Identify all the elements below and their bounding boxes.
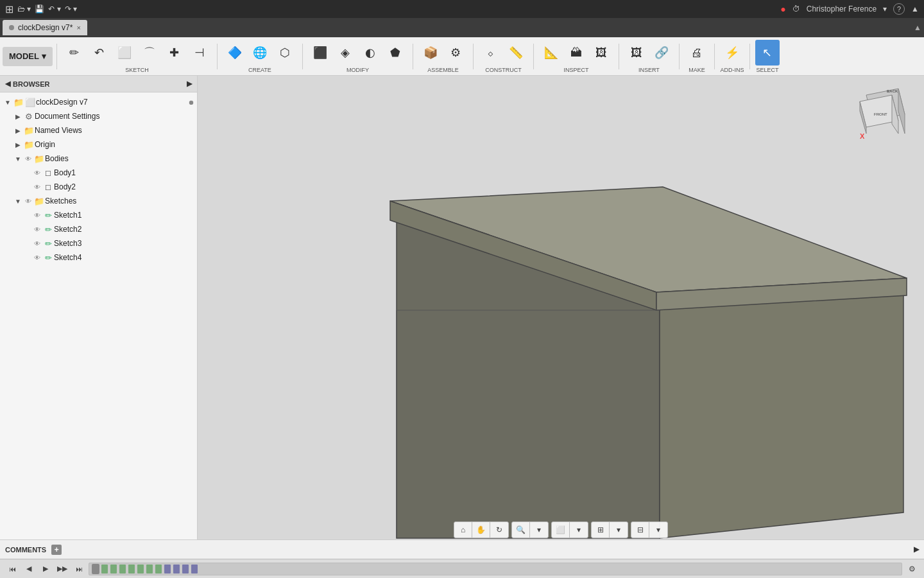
viewport[interactable]: BACK FRONT X ⌂ ✋ ↻ 🔍 ▾ ⬜ ▾ ⊞ ▾ xyxy=(198,76,924,539)
tree-sketches-expand-icon[interactable]: ▼ xyxy=(13,198,23,205)
viewport-grid-dropdown-button[interactable]: ▾ xyxy=(610,522,628,538)
viewport-display-button[interactable]: ⬜ xyxy=(552,522,570,538)
tree-root-expand-icon[interactable]: ▼ xyxy=(3,99,13,106)
modify-press-button[interactable]: ⬛ xyxy=(308,40,332,66)
assemble-new-button[interactable]: 📦 xyxy=(418,40,443,66)
timeline-marker-7[interactable] xyxy=(155,565,162,574)
timer-icon[interactable]: ⏱ xyxy=(792,4,800,13)
timeline-marker-2[interactable] xyxy=(110,565,117,574)
tree-item-bodies[interactable]: ▼ 👁 📁 Bodies xyxy=(0,152,197,166)
viewport-home-button[interactable]: ⌂ xyxy=(454,522,472,538)
tree-item-sketch4[interactable]: 👁 ✏ Sketch4 xyxy=(0,250,197,265)
sketch-mirror-button[interactable]: ⊣ xyxy=(187,40,212,66)
redo-icon[interactable]: ↷ ▾ xyxy=(65,4,77,13)
timeline-next-button[interactable]: ▶▶ xyxy=(55,562,69,576)
timeline-thumb[interactable] xyxy=(92,564,99,574)
timeline-start-button[interactable]: ⏮ xyxy=(5,562,19,576)
tree-item-sketch2[interactable]: 👁 ✏ Sketch2 xyxy=(0,222,197,236)
navigation-cube[interactable]: BACK FRONT X xyxy=(853,82,911,140)
tree-sketch3-eye-icon[interactable]: 👁 xyxy=(32,240,42,247)
create-sphere-button[interactable]: 🌐 xyxy=(248,40,272,66)
help-icon[interactable]: ? xyxy=(893,3,905,15)
user-name[interactable]: Christopher Ference xyxy=(807,4,877,13)
inspect-measure-button[interactable]: 📐 xyxy=(539,40,563,66)
select-button[interactable]: ↖ xyxy=(755,40,780,66)
tree-item-sketch1[interactable]: 👁 ✏ Sketch1 xyxy=(0,208,197,222)
tree-sketch4-eye-icon[interactable]: 👁 xyxy=(32,254,42,261)
inspect-display-button[interactable]: 🖼 xyxy=(589,40,613,66)
timeline-marker-8[interactable] xyxy=(164,565,171,574)
tree-doc-expand-icon[interactable]: ▶ xyxy=(13,113,23,120)
make-3d-button[interactable]: 🖨 xyxy=(685,40,709,66)
browser-expand-icon[interactable]: ▶ xyxy=(187,80,192,88)
viewport-zoom-button[interactable]: 🔍 xyxy=(512,522,530,538)
sketch-plus-button[interactable]: ✚ xyxy=(162,40,187,66)
modify-combine-button[interactable]: ⬟ xyxy=(383,40,407,66)
create-box-button[interactable]: 🔷 xyxy=(223,40,247,66)
construct-axis-button[interactable]: 📏 xyxy=(504,40,528,66)
construct-plane-button[interactable]: ⬦ xyxy=(479,40,503,66)
timeline-marker-9[interactable] xyxy=(173,565,180,574)
tab-expand-icon[interactable]: ▲ xyxy=(914,23,921,32)
viewport-view-dropdown-button[interactable]: ▾ xyxy=(649,522,667,538)
inspect-section-button[interactable]: 🏔 xyxy=(564,40,588,66)
insert-canvas-button[interactable]: 🖼 xyxy=(624,40,649,66)
timeline-marker-6[interactable] xyxy=(146,565,153,574)
tree-sketch2-eye-icon[interactable]: 👁 xyxy=(32,226,42,233)
timeline-marker-11[interactable] xyxy=(191,565,198,574)
save-icon[interactable]: 💾 xyxy=(35,4,44,13)
timeline-marker-3[interactable] xyxy=(119,565,126,574)
expand-icon[interactable]: ▲ xyxy=(911,4,919,13)
record-dot-icon[interactable]: ● xyxy=(780,4,785,14)
tree-item-sketches[interactable]: ▼ 👁 📁 Sketches xyxy=(0,194,197,208)
tree-item-origin[interactable]: ▶ 📁 Origin xyxy=(0,137,197,152)
tree-item-body2[interactable]: 👁 □ Body2 xyxy=(0,180,197,194)
timeline-prev-button[interactable]: ◀ xyxy=(22,562,36,576)
comments-add-icon[interactable]: + xyxy=(51,545,62,555)
addins-scripts-button[interactable]: ⚡ xyxy=(720,40,744,66)
modify-fillet-button[interactable]: ◐ xyxy=(358,40,382,66)
tree-item-body1[interactable]: 👁 □ Body1 xyxy=(0,166,197,180)
tree-origin-expand-icon[interactable]: ▶ xyxy=(13,141,23,148)
tree-item-named-views[interactable]: ▶ 📁 Named Views xyxy=(0,123,197,137)
viewport-view-button[interactable]: ⊟ xyxy=(631,522,649,538)
tree-item-sketch3[interactable]: 👁 ✏ Sketch3 xyxy=(0,236,197,250)
tree-root[interactable]: ▼ 📁 ⬜ clockDesign v7 ⏺ xyxy=(0,95,197,109)
tree-bodies-expand-icon[interactable]: ▼ xyxy=(13,155,23,162)
viewport-pan-button[interactable]: ✋ xyxy=(472,522,490,538)
timeline-play-button[interactable]: ▶ xyxy=(38,562,53,576)
timeline-marker-1[interactable] xyxy=(101,565,108,574)
document-tab[interactable]: clockDesign v7* × xyxy=(3,20,87,35)
tree-bodies-eye-icon[interactable]: 👁 xyxy=(23,155,33,162)
tree-sketch1-eye-icon[interactable]: 👁 xyxy=(32,212,42,219)
tree-named-expand-icon[interactable]: ▶ xyxy=(13,127,23,134)
viewport-zoom-dropdown-button[interactable]: ▾ xyxy=(530,522,548,538)
tree-body1-eye-icon[interactable]: 👁 xyxy=(32,170,42,177)
user-dropdown-icon[interactable]: ▾ xyxy=(883,4,887,13)
timeline-marker-5[interactable] xyxy=(137,565,144,574)
model-dropdown-button[interactable]: MODEL ▾ xyxy=(3,47,53,66)
sketch-undo-button[interactable]: ↶ xyxy=(87,40,112,66)
sketch-arc-button[interactable]: ⌒ xyxy=(137,40,162,66)
sketch-rect-button[interactable]: ⬜ xyxy=(112,40,137,66)
tree-body2-eye-icon[interactable]: 👁 xyxy=(32,184,42,191)
insert-ref-button[interactable]: 🔗 xyxy=(649,40,674,66)
browser-collapse-icon[interactable]: ◀ xyxy=(5,80,10,88)
timeline-end-button[interactable]: ⏭ xyxy=(72,562,86,576)
timeline-marker-4[interactable] xyxy=(128,565,135,574)
file-icon[interactable]: 🗁 ▾ xyxy=(17,4,31,13)
sketch-create-button[interactable]: ✏ xyxy=(62,40,87,66)
undo-icon[interactable]: ↶ ▾ xyxy=(48,4,60,13)
assemble-joint-button[interactable]: ⚙ xyxy=(443,40,468,66)
viewport-orbit-button[interactable]: ↻ xyxy=(490,522,508,538)
app-grid-icon[interactable]: ⊞ xyxy=(5,3,13,15)
tree-item-document-settings[interactable]: ▶ ⚙ Document Settings xyxy=(0,109,197,123)
timeline-settings-button[interactable]: ⚙ xyxy=(905,562,919,576)
modify-shell-button[interactable]: ◈ xyxy=(333,40,357,66)
timeline-marker-10[interactable] xyxy=(182,565,189,574)
timeline-track[interactable] xyxy=(89,563,902,575)
viewport-display-dropdown-button[interactable]: ▾ xyxy=(570,522,588,538)
create-cylinder-button[interactable]: ⬡ xyxy=(273,40,297,66)
comments-expand-icon[interactable]: ▶ xyxy=(914,545,919,554)
viewport-grid-button[interactable]: ⊞ xyxy=(592,522,610,538)
